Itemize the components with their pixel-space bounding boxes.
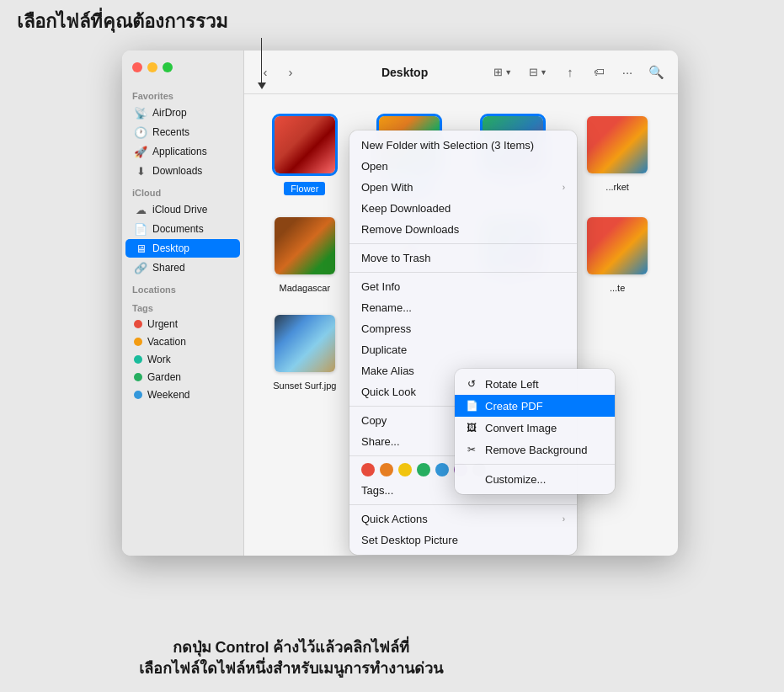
file-item-sunset[interactable]: Sunset Surf.jpg	[261, 310, 349, 391]
sidebar-item-vacation[interactable]: Vacation	[125, 333, 240, 350]
finder-sidebar: Favorites 📡 AirDrop 🕐 Recents 🚀 Applicat…	[122, 51, 244, 556]
menu-item-label: Duplicate	[361, 343, 407, 356]
file-item-te[interactable]: ...te	[573, 212, 661, 293]
market-name: ...rket	[605, 182, 629, 192]
doc-icon: 📄	[134, 222, 147, 236]
sidebar-item-documents[interactable]: 📄 Documents	[125, 220, 240, 238]
quick-actions-submenu: ↺ Rotate Left 📄 Create PDF 🖼 Convert Ima…	[455, 369, 615, 494]
icon-view-button[interactable]: ⊞ ▼	[488, 63, 518, 81]
sidebar-item-recents[interactable]: 🕐 Recents	[125, 123, 240, 141]
menu-item-compress[interactable]: Compress	[349, 318, 577, 339]
menu-item-label: Compress	[361, 322, 411, 335]
menu-item-label: Rename...	[361, 301, 412, 314]
flower-thumbnail	[275, 116, 335, 173]
te-thumbnail	[587, 217, 648, 274]
menu-item-label: Tags...	[361, 484, 393, 497]
search-button[interactable]: 🔍	[644, 61, 668, 84]
color-blue[interactable]	[435, 463, 449, 476]
convert-image-icon: 🖼	[465, 421, 478, 434]
menu-item-duplicate[interactable]: Duplicate	[349, 339, 577, 360]
urgent-dot	[134, 320, 142, 328]
submenu-item-label: Remove Background	[485, 444, 587, 456]
list-view-button[interactable]: ⊟ ▼	[523, 63, 553, 81]
submenu-item-rotate-left[interactable]: ↺ Rotate Left	[455, 373, 615, 395]
submenu-item-convert-image[interactable]: 🖼 Convert Image	[455, 417, 615, 439]
sidebar-item-downloads[interactable]: ⬇ Downloads	[125, 162, 240, 180]
flower-icon-container	[271, 111, 339, 178]
sidebar-item-label: AirDrop	[152, 107, 187, 119]
desktop-icon: 🖥	[134, 242, 147, 255]
close-button[interactable]	[132, 62, 142, 72]
sidebar-item-airdrop[interactable]: 📡 AirDrop	[125, 104, 240, 122]
sidebar-item-label: Recents	[152, 126, 189, 138]
share-button[interactable]: ↑	[558, 61, 582, 84]
tag-button[interactable]: 🏷	[587, 61, 611, 84]
menu-item-open[interactable]: Open	[349, 156, 577, 177]
locations-label: Locations	[122, 278, 243, 296]
color-orange[interactable]	[380, 463, 393, 476]
garden-dot	[134, 373, 142, 381]
menu-item-move-trash[interactable]: Move to Trash	[349, 248, 577, 269]
menu-item-new-folder[interactable]: New Folder with Selection (3 Items)	[349, 135, 577, 156]
menu-item-label: Quick Actions	[361, 513, 428, 525]
submenu-item-label: Rotate Left	[485, 378, 539, 391]
file-item-flower[interactable]: Flower	[261, 111, 349, 195]
finder-toolbar: ‹ › Desktop ⊞ ▼ ⊟ ▼ ↑ 🏷 ··· 🔍	[244, 51, 678, 94]
te-name: ...te	[610, 283, 625, 293]
tags-label: Tags	[122, 296, 243, 315]
airdrop-icon: 📡	[134, 106, 147, 120]
menu-item-quick-actions[interactable]: Quick Actions ›	[349, 508, 577, 530]
menu-item-label: Make Alias	[361, 365, 414, 377]
sidebar-item-shared[interactable]: 🔗 Shared	[125, 258, 240, 277]
menu-item-label: Remove Downloads	[361, 223, 459, 236]
sidebar-item-label: Downloads	[152, 165, 202, 177]
flower-badge: Flower	[284, 182, 325, 195]
sidebar-item-icloud-drive[interactable]: ☁ iCloud Drive	[125, 200, 240, 219]
submenu-item-customize[interactable]: Customize...	[455, 468, 615, 490]
annotation-top-text: เลือกไฟล์ที่คุณต้องการรวม	[17, 7, 228, 36]
menu-item-remove-downloads[interactable]: Remove Downloads	[349, 219, 577, 240]
sidebar-item-label: Garden	[147, 371, 181, 383]
sidebar-item-desktop[interactable]: 🖥 Desktop	[125, 239, 240, 258]
menu-item-keep-downloaded[interactable]: Keep Downloaded	[349, 198, 577, 219]
file-item-madagascar[interactable]: Madagascar	[261, 212, 349, 293]
menu-item-get-info[interactable]: Get Info	[349, 276, 577, 297]
submenu-item-remove-background[interactable]: ✂ Remove Background	[455, 439, 615, 460]
menu-item-label: Open	[361, 160, 388, 173]
fullscreen-button[interactable]	[163, 62, 173, 72]
color-yellow[interactable]	[398, 463, 412, 476]
menu-item-open-with[interactable]: Open With ›	[349, 177, 577, 198]
back-button[interactable]: ‹	[254, 61, 276, 83]
forward-button[interactable]: ›	[280, 61, 301, 83]
sidebar-item-applications[interactable]: 🚀 Applications	[125, 142, 240, 161]
sidebar-item-label: Urgent	[147, 318, 178, 330]
color-red[interactable]	[361, 463, 375, 476]
menu-item-label: Quick Look	[361, 386, 416, 398]
apps-icon: 🚀	[134, 145, 147, 158]
submenu-item-label: Convert Image	[485, 422, 557, 434]
sidebar-item-label: iCloud Drive	[152, 204, 207, 216]
customize-icon	[465, 472, 478, 486]
sidebar-item-weekend[interactable]: Weekend	[125, 386, 240, 403]
rotate-left-icon: ↺	[465, 377, 478, 391]
color-green[interactable]	[417, 463, 430, 476]
menu-item-rename[interactable]: Rename...	[349, 297, 577, 318]
list-view-icon: ⊟	[529, 66, 538, 78]
remove-bg-icon: ✂	[465, 443, 478, 456]
submenu-item-label: Customize...	[485, 473, 546, 486]
sidebar-item-urgent[interactable]: Urgent	[125, 316, 240, 333]
sunset-icon-container	[271, 310, 339, 377]
sidebar-item-garden[interactable]: Garden	[125, 369, 240, 386]
quick-actions-arrow-icon: ›	[563, 514, 565, 524]
sidebar-item-label: Documents	[152, 223, 204, 235]
minimize-button[interactable]	[147, 62, 157, 72]
more-button[interactable]: ···	[616, 61, 639, 84]
submenu-item-label: Create PDF	[485, 400, 543, 413]
sidebar-item-label: Applications	[152, 146, 207, 157]
sidebar-item-work[interactable]: Work	[125, 351, 240, 368]
window-title: Desktop	[328, 66, 481, 79]
file-item-market[interactable]: ...rket	[573, 111, 661, 195]
submenu-item-create-pdf[interactable]: 📄 Create PDF	[455, 395, 615, 417]
menu-separator-2	[349, 272, 577, 273]
menu-item-set-desktop[interactable]: Set Desktop Picture	[349, 530, 577, 551]
